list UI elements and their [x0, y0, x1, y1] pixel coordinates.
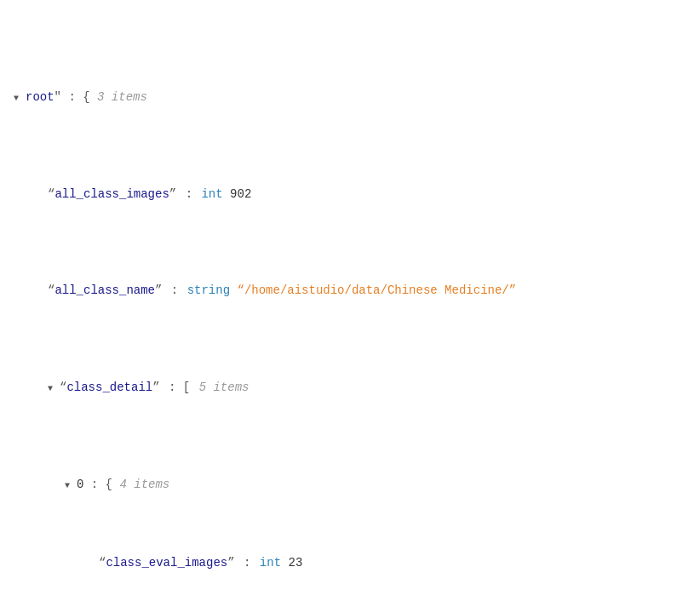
class-detail-toggle[interactable]: ▼ [48, 382, 60, 396]
all-class-name-row: “ all_class_name ” : string “/home/aistu… [0, 280, 700, 301]
all-class-name-key: all_class_name [55, 281, 155, 300]
class-detail-meta: 5 items [199, 378, 250, 397]
all-class-images-row: “ all_class_images ” : int 902 [0, 184, 700, 204]
all-class-images-key: all_class_images [55, 185, 169, 203]
class-detail-key: class_detail [66, 378, 152, 397]
all-class-images-value: 902 [230, 185, 251, 203]
all-class-name-type: string [187, 281, 230, 300]
root-toggle[interactable]: ▼ [14, 92, 26, 106]
item-0-meta: 4 items [119, 475, 169, 494]
root-key: root [26, 88, 55, 106]
item-0-index: 0 [77, 475, 83, 494]
class-detail-row: ▼ “ class_detail ” : [ 5 items [0, 377, 700, 398]
item-0-class-eval-images: “ class_eval_images ” : int 23 [0, 553, 700, 573]
json-viewer: ▼ root " : { 3 items “ all_class_images … [0, 7, 700, 607]
all-class-name-value: “/home/aistudio/data/Chinese Medicine/” [237, 281, 516, 300]
item-0-row: ▼ 0 : { 4 items [0, 474, 700, 495]
root-meta: 3 items [97, 88, 147, 106]
all-class-images-type: int [201, 185, 222, 203]
item-0-toggle[interactable]: ▼ [65, 479, 77, 493]
root-row: ▼ root " : { 3 items [0, 87, 700, 107]
